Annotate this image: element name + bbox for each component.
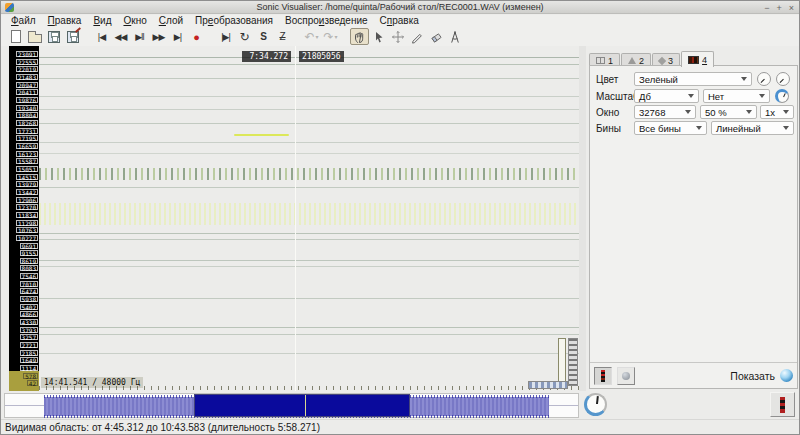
measure-tool-button[interactable]: [445, 28, 464, 45]
freq-label: 10227: [16, 235, 38, 241]
freq-label: 13442: [16, 189, 38, 195]
bins-select[interactable]: Все бины: [634, 121, 707, 135]
freq-label: 18268: [16, 120, 38, 126]
color-scale-icon: [601, 370, 605, 382]
title-bar[interactable]: Sonic Visualiser: /home/quinta/Рабочий с…: [1, 1, 799, 14]
scale-label: Масштаб: [596, 91, 639, 102]
freq-label: 578: [23, 373, 38, 379]
play-selection-button[interactable]: |▶|: [216, 28, 235, 45]
window-size-select[interactable]: 32768: [634, 105, 696, 119]
solo-icon: S: [260, 31, 267, 42]
open-button[interactable]: [25, 28, 44, 45]
playback-cursor: [295, 46, 296, 391]
forward-end-button[interactable]: ▶|: [168, 28, 187, 45]
edit-tool-button[interactable]: [388, 28, 407, 45]
new-session-button[interactable]: [6, 28, 25, 45]
select-tool-button[interactable]: [369, 28, 388, 45]
playback-speed-knob[interactable]: [584, 393, 607, 416]
erase-tool-button[interactable]: [426, 28, 445, 45]
horizontal-zoom-thumbwheel[interactable]: [528, 381, 568, 389]
show-scale-toggle[interactable]: [594, 367, 612, 385]
window-overlap-select[interactable]: 50 %: [700, 105, 757, 119]
freq-label: 4866: [20, 311, 38, 317]
minimize-button[interactable]: −: [764, 3, 769, 13]
freq-label: 22019: [16, 66, 38, 72]
spectrogram-pane[interactable]: 7:34.272 21805056 14:41.541 / 48000 Гц: [39, 46, 579, 391]
overview-pane[interactable]: [4, 393, 579, 418]
play-selection-icon: |▶|: [221, 32, 230, 42]
navigate-tool-button[interactable]: [350, 28, 369, 45]
freq-label: 20947: [16, 82, 38, 88]
solo-button[interactable]: S: [254, 28, 273, 45]
vertical-zoom-slider[interactable]: [558, 338, 566, 384]
freq-label: 8619: [20, 258, 38, 264]
move-cross-icon: [391, 30, 405, 44]
gain-knob[interactable]: [775, 89, 789, 103]
color-dots-icon: [780, 397, 785, 413]
spectrogram-tone-line: [234, 134, 289, 136]
freq-label: 9691: [20, 243, 38, 249]
freq-label: 4330: [20, 319, 38, 325]
maximize-button[interactable]: +: [776, 3, 781, 13]
freq-label: 19340: [16, 105, 38, 111]
window-label: Окно: [596, 107, 619, 118]
loop-button[interactable]: ↻: [235, 28, 254, 45]
show-led-toggle[interactable]: [780, 369, 793, 382]
freq-label: 5402: [20, 304, 38, 310]
visible-region-box[interactable]: [194, 394, 410, 417]
rewind-start-button[interactable]: |◀: [92, 28, 111, 45]
redo-button[interactable]: ↷▾: [321, 28, 340, 45]
new-file-icon: [11, 30, 21, 43]
rewind-button[interactable]: ◀◀: [111, 28, 130, 45]
freq-label: 20411: [16, 89, 38, 95]
property-panel: 1 2 3 4 Цвет Зелёный Масштаб Дб Нет Окно: [586, 46, 800, 391]
menu-item-4[interactable]: Окно: [117, 15, 152, 27]
close-button[interactable]: ×: [789, 3, 794, 13]
save-as-button[interactable]: [63, 28, 82, 45]
show-frequencies-toggle[interactable]: [617, 367, 635, 385]
save-button[interactable]: [44, 28, 63, 45]
oversampling-select[interactable]: 1x: [760, 105, 794, 119]
menu-item-6[interactable]: Преобразования: [189, 15, 279, 27]
play-pause-button[interactable]: ▶‖: [130, 28, 149, 45]
vertical-zoom-thumbwheel[interactable]: [568, 338, 578, 386]
time-ruler-ticks: [39, 386, 579, 390]
freq-label: 17731: [16, 128, 38, 134]
frequency-axis: 2309122555220192148320947204111987619340…: [9, 46, 39, 391]
overview-playback-line: [305, 395, 306, 416]
menu-item-2[interactable]: Правка: [42, 15, 88, 27]
fast-forward-button[interactable]: ▶▶: [149, 28, 168, 45]
scale-select[interactable]: Дб: [634, 89, 699, 103]
status-bar: Видимая область: от 4:45.312 до 10:43.58…: [1, 419, 799, 435]
scale-display-button[interactable]: [770, 392, 795, 417]
color-max-knob[interactable]: [776, 72, 790, 86]
undo-button[interactable]: ↶▾: [302, 28, 321, 45]
freq-label: 12370: [16, 204, 38, 210]
record-button[interactable]: ●: [187, 28, 206, 45]
bins-scale-select[interactable]: Линейный: [711, 121, 794, 135]
color-min-knob[interactable]: [757, 72, 771, 86]
align-button[interactable]: Z: [273, 28, 292, 45]
draw-tool-button[interactable]: [407, 28, 426, 45]
freq-label: 22555: [16, 59, 38, 65]
freq-label: 16659: [16, 143, 38, 149]
menu-item-7[interactable]: Воспроизведение: [279, 15, 374, 27]
normalization-select[interactable]: Нет: [703, 89, 770, 103]
visible-extent-text: Видимая область: от 4:45.312 до 10:43.58…: [5, 422, 320, 433]
compass-icon: [448, 30, 462, 44]
fast-forward-icon: ▶▶: [153, 32, 165, 42]
menu-item-3[interactable]: Вид: [87, 15, 117, 27]
playhead-frame-label: 21805056: [299, 51, 344, 62]
freq-label: 11298: [16, 220, 38, 226]
spectrogram-bright-band: [39, 203, 579, 225]
menu-item-5[interactable]: Слой: [153, 15, 189, 27]
menu-item-1[interactable]: Файл: [5, 15, 42, 27]
menu-item-8[interactable]: Справка: [374, 15, 425, 27]
color-select[interactable]: Зелёный: [634, 72, 752, 86]
eraser-icon: [429, 30, 443, 44]
freq-label: 19876: [16, 97, 38, 103]
freq-label: 21483: [16, 74, 38, 80]
notes-pane-icon: [658, 56, 666, 64]
freq-label: 6474: [20, 288, 38, 294]
tab-pane-4[interactable]: 4: [681, 51, 714, 67]
